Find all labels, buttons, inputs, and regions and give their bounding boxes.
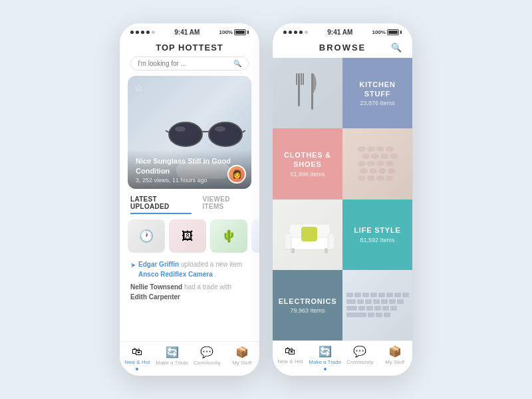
- signal-dots-right: [283, 31, 308, 34]
- kitchen-category-cell[interactable]: KITCHEN STUFF 23,876 Items: [342, 58, 412, 128]
- nav-community-left[interactable]: 💬 Community: [190, 346, 225, 370]
- bottom-nav-left: 🛍 New & Hot 🔄 Make a Trade 💬 Community 📦…: [120, 341, 259, 376]
- seller-avatar[interactable]: 👩: [227, 165, 246, 184]
- nav-label-trade-left: Make a Trade: [156, 360, 188, 366]
- clothes-category-cell[interactable]: CLOTHES & SHOES 51,998 Items: [273, 128, 342, 199]
- nav-new-hot-left[interactable]: 🛍 New & Hot: [120, 346, 155, 370]
- tab-viewed-items[interactable]: VIEWED ITEMS: [202, 196, 249, 214]
- favorite-button[interactable]: ☆: [134, 82, 143, 93]
- svg-rect-19: [301, 227, 317, 241]
- nav-community-right[interactable]: 💬 Community: [342, 345, 378, 370]
- activity-arrow-icon: ➤: [130, 260, 136, 270]
- thumbnail-plant[interactable]: 🌵: [210, 219, 247, 253]
- electronics-category-cell[interactable]: ELECTRONICS 79,963 Items: [273, 270, 342, 340]
- svg-point-8: [215, 126, 225, 132]
- right-phone-header: BROWSE 🔍: [273, 39, 412, 58]
- nav-label-stuff-left: My Stuff: [232, 360, 251, 366]
- status-time-right: 9:41 AM: [327, 29, 352, 36]
- thumbnail-extra[interactable]: 📷: [251, 219, 259, 253]
- make-trade-icon-left: 🔄: [166, 346, 179, 358]
- keyboard-image-cell[interactable]: [342, 270, 412, 340]
- svg-rect-12: [303, 73, 304, 85]
- nav-label-new-hot-right: New & Hot: [277, 358, 303, 364]
- utensils-visual: [291, 70, 325, 116]
- knit-image-cell[interactable]: [342, 128, 412, 199]
- left-phone-header: TOP HOTTEST 🔍: [120, 39, 259, 76]
- electronics-label: ELECTRONICS: [279, 297, 337, 306]
- lifestyle-count: 81,592 Items: [360, 237, 394, 243]
- sofa-image-cell[interactable]: [273, 200, 342, 270]
- activity-item-2: Nellie Townsend had a trade with Edith C…: [130, 282, 249, 302]
- sofa-visual: [281, 215, 334, 255]
- svg-rect-18: [328, 233, 334, 249]
- svg-line-5: [166, 129, 169, 132]
- thumbnails-row: 🕐 🖼 🌵 📷: [120, 217, 259, 255]
- svg-point-7: [175, 126, 186, 132]
- status-time-left: 9:41 AM: [174, 29, 200, 36]
- hero-card[interactable]: Nice Sunglass Still in Good Condition 3,…: [128, 76, 251, 189]
- bottom-nav-right: 🛍 New & Hot 🔄 Make a Trade 💬 Community 📦…: [273, 340, 412, 376]
- browse-search-icon[interactable]: 🔍: [391, 43, 402, 53]
- lifestyle-category-cell[interactable]: LIFE STYLE 81,592 Items: [342, 200, 412, 270]
- community-icon-right: 💬: [353, 345, 366, 358]
- thumbnail-art[interactable]: 🖼: [169, 219, 206, 253]
- nav-label-new-hot-left: New & Hot: [124, 359, 150, 365]
- clothes-count: 51,998 Items: [290, 171, 325, 178]
- kitchen-count: 23,876 Items: [360, 100, 394, 106]
- search-input[interactable]: [138, 60, 229, 67]
- left-phone: 9:41 AM 100% TOP HOTTEST 🔍: [120, 23, 259, 376]
- status-bar-right: 9:41 AM 100%: [273, 23, 412, 39]
- page-title-left: TOP HOTTEST: [130, 43, 249, 53]
- nav-my-stuff-left[interactable]: 📦 My Stuff: [225, 346, 260, 370]
- svg-rect-21: [325, 248, 328, 253]
- svg-rect-9: [298, 73, 300, 106]
- electronics-overlay: ELECTRONICS 79,963 Items: [273, 270, 342, 340]
- activity-user-3: Edith Carpenter: [130, 293, 180, 301]
- tabs-row: LATEST UPLOADED VIEWED ITEMS: [120, 189, 259, 217]
- make-trade-icon-right: 🔄: [319, 345, 332, 358]
- svg-rect-10: [296, 73, 297, 85]
- svg-line-6: [242, 129, 245, 132]
- right-phone: 9:41 AM 100% BROWSE 🔍: [273, 23, 412, 376]
- hero-meta: 3, 252 views, 11 hours ago: [136, 177, 243, 184]
- signal-dots: [130, 31, 155, 34]
- nav-label-community-right: Community: [346, 359, 373, 365]
- knit-texture: [351, 140, 404, 188]
- activity-section: ➤ Edgar Griffin uploaded a new item Ansc…: [120, 255, 259, 341]
- lifestyle-label: LIFE STYLE: [354, 225, 400, 235]
- activity-item-1: ➤ Edgar Griffin uploaded a new item Ansc…: [130, 259, 249, 279]
- activity-user-2: Nellie Townsend: [130, 283, 182, 291]
- my-stuff-icon-right: 📦: [388, 345, 402, 358]
- sunglasses-image: [166, 109, 245, 156]
- nav-label-trade-right: Make a Trade: [309, 359, 341, 365]
- activity-user-1[interactable]: Edgar Griffin: [138, 261, 179, 268]
- nav-my-stuff-right[interactable]: 📦 My Stuff: [378, 345, 413, 370]
- nav-label-community-left: Community: [194, 360, 220, 366]
- kitchen-image-cell[interactable]: [273, 58, 342, 128]
- battery-left: 100%: [219, 29, 249, 35]
- page-title-right: BROWSE: [319, 43, 366, 53]
- keyboard-visual: [342, 287, 412, 323]
- tab-latest-uploaded[interactable]: LATEST UPLOADED: [130, 196, 192, 214]
- browse-grid: KITCHEN STUFF 23,876 Items CLOTHES & SHO…: [273, 58, 412, 340]
- community-icon-left: 💬: [200, 346, 213, 358]
- nav-make-trade-left[interactable]: 🔄 Make a Trade: [155, 346, 190, 370]
- search-bar[interactable]: 🔍: [130, 57, 249, 70]
- status-bar-left: 9:41 AM 100%: [120, 23, 259, 39]
- svg-rect-20: [291, 248, 295, 253]
- svg-rect-13: [311, 73, 313, 110]
- battery-right: 100%: [372, 29, 402, 35]
- new-hot-icon-right: 🛍: [285, 345, 295, 357]
- my-stuff-icon-left: 📦: [235, 346, 249, 358]
- svg-rect-11: [301, 73, 302, 85]
- electronics-count: 79,963 Items: [290, 307, 325, 314]
- nav-new-hot-right[interactable]: 🛍 New & Hot: [273, 345, 308, 370]
- activity-item-link[interactable]: Ansco Rediflex Camera: [138, 271, 213, 278]
- nav-label-stuff-right: My Stuff: [385, 359, 404, 365]
- thumbnail-clock[interactable]: 🕐: [128, 219, 165, 253]
- nav-make-trade-right[interactable]: 🔄 Make a Trade: [308, 345, 343, 370]
- search-icon: 🔍: [233, 60, 241, 67]
- svg-rect-17: [285, 233, 291, 249]
- clothes-label: CLOTHES & SHOES: [278, 150, 337, 170]
- new-hot-icon: 🛍: [132, 346, 142, 358]
